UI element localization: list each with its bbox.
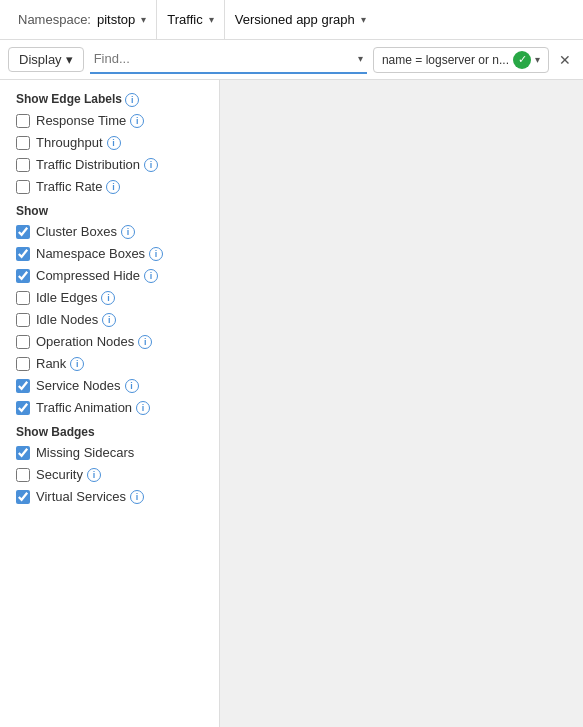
main-layout: Show Edge Labels i Response Time iThroug…: [0, 80, 583, 727]
graph-area: [220, 80, 583, 727]
traffic-value: Traffic: [167, 12, 202, 27]
namespace-label: Namespace:: [18, 12, 91, 27]
filter-text: name = logserver or n...: [382, 53, 509, 67]
list-item: Idle Edges i: [16, 290, 219, 305]
cluster-boxes-label: Cluster Boxes i: [36, 224, 135, 239]
idle-edges-checkbox[interactable]: [16, 291, 30, 305]
virtual-services-checkbox[interactable]: [16, 490, 30, 504]
display-button[interactable]: Display ▾: [8, 47, 84, 72]
traffic-dropdown[interactable]: ▾: [209, 14, 214, 25]
idle-edges-label: Idle Edges i: [36, 290, 115, 305]
idle-nodes-label: Idle Nodes i: [36, 312, 116, 327]
response-time-info-icon[interactable]: i: [130, 114, 144, 128]
throughput-checkbox[interactable]: [16, 136, 30, 150]
graph-value: Versioned app graph: [235, 12, 355, 27]
top-bar: Namespace: pitstop ▾ Traffic ▾ Versioned…: [0, 0, 583, 40]
service-nodes-info-icon[interactable]: i: [125, 379, 139, 393]
find-input[interactable]: [94, 51, 358, 66]
list-item: Service Nodes i: [16, 378, 219, 393]
show-header: Show: [16, 204, 219, 218]
service-nodes-label: Service Nodes i: [36, 378, 139, 393]
show-checkboxes: Cluster Boxes iNamespace Boxes iCompress…: [16, 224, 219, 415]
traffic-rate-label: Traffic Rate i: [36, 179, 120, 194]
traffic-animation-label: Traffic Animation i: [36, 400, 150, 415]
virtual-services-info-icon[interactable]: i: [130, 490, 144, 504]
security-checkbox[interactable]: [16, 468, 30, 482]
namespace-boxes-info-icon[interactable]: i: [149, 247, 163, 261]
response-time-label: Response Time i: [36, 113, 144, 128]
traffic-rate-checkbox[interactable]: [16, 180, 30, 194]
rank-label: Rank i: [36, 356, 84, 371]
security-info-icon[interactable]: i: [87, 468, 101, 482]
rank-checkbox[interactable]: [16, 357, 30, 371]
show-edge-labels-header: Show Edge Labels i: [16, 92, 219, 107]
graph-dropdown[interactable]: ▾: [361, 14, 366, 25]
list-item: Compressed Hide i: [16, 268, 219, 283]
virtual-services-label: Virtual Services i: [36, 489, 144, 504]
list-item: Traffic Rate i: [16, 179, 219, 194]
security-label: Security i: [36, 467, 101, 482]
list-item: Response Time i: [16, 113, 219, 128]
list-item: Cluster Boxes i: [16, 224, 219, 239]
close-icon: ✕: [559, 52, 571, 68]
filter-section: name = logserver or n... ✓ ▾: [373, 47, 549, 73]
idle-nodes-checkbox[interactable]: [16, 313, 30, 327]
missing-sidecars-checkbox[interactable]: [16, 446, 30, 460]
badges-checkboxes: Missing Sidecars Security iVirtual Servi…: [16, 445, 219, 504]
namespace-dropdown[interactable]: ▾: [141, 14, 146, 25]
compressed-hide-label: Compressed Hide i: [36, 268, 158, 283]
graph-section: Versioned app graph ▾: [225, 0, 376, 39]
find-input-wrap: ▾: [90, 46, 367, 74]
rank-info-icon[interactable]: i: [70, 357, 84, 371]
response-time-checkbox[interactable]: [16, 114, 30, 128]
filter-chevron-icon[interactable]: ▾: [535, 54, 540, 65]
traffic-dist-info-icon[interactable]: i: [144, 158, 158, 172]
cluster-boxes-checkbox[interactable]: [16, 225, 30, 239]
list-item: Idle Nodes i: [16, 312, 219, 327]
edge-label-checkboxes: Response Time iThroughput iTraffic Distr…: [16, 113, 219, 194]
compressed-hide-info-icon[interactable]: i: [144, 269, 158, 283]
namespace-boxes-checkbox[interactable]: [16, 247, 30, 261]
namespace-value: pitstop: [97, 12, 135, 27]
display-panel: Show Edge Labels i Response Time iThroug…: [0, 80, 220, 727]
throughput-label: Throughput i: [36, 135, 121, 150]
display-chevron-icon: ▾: [66, 52, 73, 67]
second-bar: Display ▾ ▾ name = logserver or n... ✓ ▾…: [0, 40, 583, 80]
namespace-section: Namespace: pitstop ▾: [8, 0, 157, 39]
list-item: Rank i: [16, 356, 219, 371]
missing-sidecars-label: Missing Sidecars: [36, 445, 134, 460]
operation-nodes-label: Operation Nodes i: [36, 334, 152, 349]
traffic-animation-checkbox[interactable]: [16, 401, 30, 415]
list-item: Virtual Services i: [16, 489, 219, 504]
find-chevron-icon[interactable]: ▾: [358, 53, 363, 64]
filter-valid-icon: ✓: [513, 51, 531, 69]
traffic-dist-label: Traffic Distribution i: [36, 157, 158, 172]
cluster-boxes-info-icon[interactable]: i: [121, 225, 135, 239]
traffic-section: Traffic ▾: [157, 0, 224, 39]
compressed-hide-checkbox[interactable]: [16, 269, 30, 283]
list-item: Traffic Distribution i: [16, 157, 219, 172]
list-item: Traffic Animation i: [16, 400, 219, 415]
list-item: Namespace Boxes i: [16, 246, 219, 261]
show-edge-labels-info-icon[interactable]: i: [125, 93, 139, 107]
list-item: Throughput i: [16, 135, 219, 150]
service-nodes-checkbox[interactable]: [16, 379, 30, 393]
throughput-info-icon[interactable]: i: [107, 136, 121, 150]
traffic-rate-info-icon[interactable]: i: [106, 180, 120, 194]
list-item: Operation Nodes i: [16, 334, 219, 349]
list-item: Security i: [16, 467, 219, 482]
idle-edges-info-icon[interactable]: i: [101, 291, 115, 305]
namespace-boxes-label: Namespace Boxes i: [36, 246, 163, 261]
traffic-animation-info-icon[interactable]: i: [136, 401, 150, 415]
close-filter-button[interactable]: ✕: [555, 50, 575, 70]
display-label: Display: [19, 52, 62, 67]
traffic-dist-checkbox[interactable]: [16, 158, 30, 172]
idle-nodes-info-icon[interactable]: i: [102, 313, 116, 327]
operation-nodes-info-icon[interactable]: i: [138, 335, 152, 349]
show-badges-header: Show Badges: [16, 425, 219, 439]
operation-nodes-checkbox[interactable]: [16, 335, 30, 349]
list-item: Missing Sidecars: [16, 445, 219, 460]
